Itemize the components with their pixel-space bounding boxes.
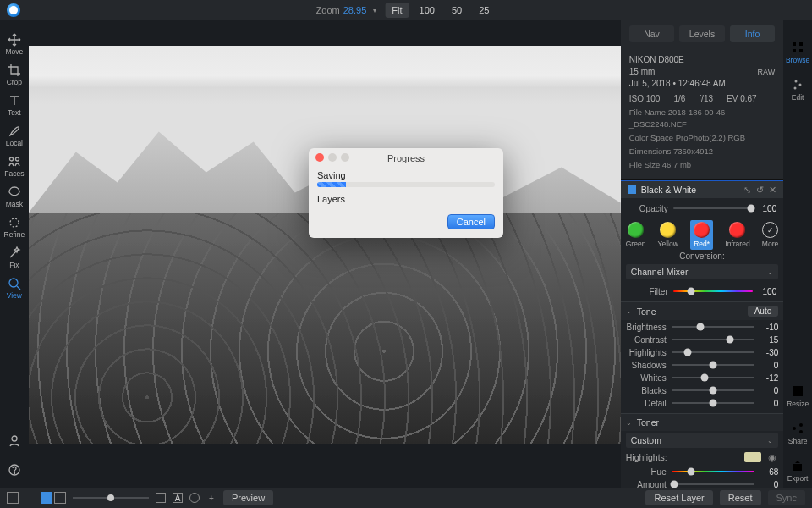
- svg-rect-8: [799, 42, 803, 46]
- rail-share[interactable]: Share: [788, 417, 808, 450]
- slider-label: Blacks: [626, 386, 667, 395]
- compare-slider[interactable]: [73, 497, 149, 499]
- tool-text[interactable]: Text: [2, 91, 27, 120]
- rail-edit[interactable]: Edit: [791, 73, 804, 107]
- account-icon[interactable]: [2, 432, 27, 450]
- info-filesize: File Size 46.7 mb: [629, 159, 776, 171]
- slider-label: Amount: [626, 480, 667, 489]
- panel-tab-nav[interactable]: Nav: [629, 25, 675, 42]
- rail-label: Export: [787, 474, 809, 483]
- dialog-close-button[interactable]: [315, 153, 324, 162]
- bb-a-button[interactable]: A: [173, 493, 183, 503]
- rail-label: Resize: [787, 400, 809, 408]
- filter-expand-icon[interactable]: ⤡: [743, 185, 751, 195]
- tool-refine[interactable]: Refine: [2, 213, 27, 242]
- info-dimensions: Dimensions 7360x4912: [629, 146, 776, 157]
- panel-tab-info[interactable]: Info: [730, 25, 776, 42]
- zoom-25-button[interactable]: 25: [472, 3, 496, 18]
- swatch-infrared[interactable]: Infrared: [725, 222, 749, 248]
- tone-whites-slider[interactable]: Whites-12: [626, 373, 779, 383]
- resize-icon: [791, 384, 804, 398]
- zoom-50-button[interactable]: 50: [445, 3, 469, 18]
- color-circle: [660, 222, 676, 238]
- tool-faces[interactable]: Faces: [2, 152, 27, 181]
- swatch-green[interactable]: Green: [626, 222, 646, 248]
- info-aperture: f/13: [699, 93, 713, 105]
- tool-move[interactable]: Move: [2, 30, 27, 59]
- bw-filter-slider[interactable]: Filter 100: [628, 286, 777, 296]
- camera-model: NIKON D800E: [629, 54, 684, 66]
- help-icon[interactable]: [2, 461, 27, 479]
- swatch-yellow[interactable]: Yellow: [658, 222, 678, 248]
- filter-reset-icon[interactable]: ↺: [756, 185, 764, 195]
- tone-contrast-slider[interactable]: Contrast15: [626, 334, 779, 345]
- tone-section-header[interactable]: ⌄ Tone Auto: [621, 301, 784, 320]
- toner-section-header[interactable]: ⌄ Toner: [621, 413, 784, 431]
- zoom-fit-button[interactable]: Fit: [385, 3, 409, 18]
- bb-circle-button[interactable]: [189, 493, 200, 503]
- svg-point-12: [799, 84, 802, 86]
- toner-preset-dropdown[interactable]: Custom ⌄: [626, 433, 779, 448]
- swatch-more[interactable]: ✓More: [762, 222, 778, 248]
- preview-button[interactable]: Preview: [223, 490, 273, 505]
- svg-point-11: [795, 80, 798, 83]
- reset-layer-button[interactable]: Reset Layer: [645, 490, 712, 505]
- tool-crop[interactable]: Crop: [2, 61, 27, 90]
- slider-label: Shadows: [626, 361, 667, 370]
- toner-highlights-chip[interactable]: [744, 452, 761, 462]
- swatch-red[interactable]: Red*: [690, 220, 713, 250]
- toner-highlights-row: Highlights: ◉: [621, 450, 784, 465]
- capture-datetime: Jul 5, 2018 • 12:46:48 AM: [629, 78, 776, 90]
- canvas-area[interactable]: [29, 20, 621, 488]
- info-colorspace: Color Space ProPhoto(2.2) RGB: [629, 132, 776, 144]
- opacity-slider[interactable]: Opacity 100: [628, 203, 777, 213]
- slider-label: Detail: [626, 399, 667, 408]
- toner-hi-amount-slider[interactable]: Amount0: [626, 479, 779, 488]
- rail-export[interactable]: Export: [787, 454, 809, 488]
- svg-point-2: [10, 218, 19, 227]
- panel-tab-levels[interactable]: Levels: [679, 25, 725, 42]
- tone-shadows-slider[interactable]: Shadows0: [626, 360, 779, 370]
- rail-resize[interactable]: Resize: [787, 379, 809, 413]
- rail-browse[interactable]: Browse: [786, 36, 809, 69]
- tone-highlights-slider[interactable]: Highlights-30: [626, 347, 779, 357]
- zoom-100-button[interactable]: 100: [413, 3, 442, 18]
- swatch-label: Green: [626, 240, 646, 248]
- filter-enabled-checkbox[interactable]: [628, 185, 636, 194]
- view-compare-a-button[interactable]: [41, 492, 52, 504]
- slider-value: 0: [760, 480, 778, 489]
- svg-point-3: [9, 279, 18, 287]
- toner-hi-hue-slider[interactable]: Hue68: [626, 467, 779, 477]
- view-compare-b-button[interactable]: [54, 492, 66, 504]
- chevron-down-icon: ⌄: [767, 437, 773, 444]
- tool-mask[interactable]: Mask: [2, 183, 27, 212]
- chevron-down-icon: ⌄: [767, 268, 773, 276]
- color-circle: [628, 222, 644, 238]
- reset-button[interactable]: Reset: [720, 490, 761, 505]
- dialog-cancel-button[interactable]: Cancel: [447, 214, 495, 229]
- tone-detail-slider[interactable]: Detail0: [626, 398, 779, 408]
- image-canvas[interactable]: [29, 46, 621, 444]
- filter-slider-value: 100: [758, 287, 776, 296]
- bb-plus-button[interactable]: +: [206, 493, 217, 503]
- visibility-icon[interactable]: ◉: [766, 452, 778, 462]
- caret-down-icon: ⌄: [626, 419, 632, 427]
- view-single-button[interactable]: [7, 492, 19, 504]
- zoom-dropdown-icon[interactable]: ▾: [373, 7, 376, 14]
- dialog-maximize-button[interactable]: [341, 153, 349, 162]
- tool-view[interactable]: View: [2, 274, 27, 303]
- filter-close-icon[interactable]: ✕: [769, 185, 776, 195]
- conversion-dropdown[interactable]: Channel Mixer ⌄: [626, 264, 779, 279]
- dialog-minimize-button[interactable]: [328, 153, 337, 162]
- zoom-value[interactable]: 28.95: [343, 5, 367, 15]
- tone-brightness-slider[interactable]: Brightness-10: [626, 322, 779, 332]
- sync-button[interactable]: Sync: [768, 490, 805, 505]
- bb-bg-button[interactable]: [156, 493, 166, 503]
- tone-auto-button[interactable]: Auto: [748, 306, 779, 317]
- tool-local[interactable]: Local: [2, 122, 27, 151]
- rail-label: Edit: [792, 93, 804, 102]
- tool-fix[interactable]: Fix: [2, 244, 27, 273]
- tone-blacks-slider[interactable]: Blacks0: [626, 385, 779, 395]
- slider-label: Contrast: [626, 335, 667, 345]
- filter-header[interactable]: Black & White ⤡ ↺ ✕: [621, 180, 784, 198]
